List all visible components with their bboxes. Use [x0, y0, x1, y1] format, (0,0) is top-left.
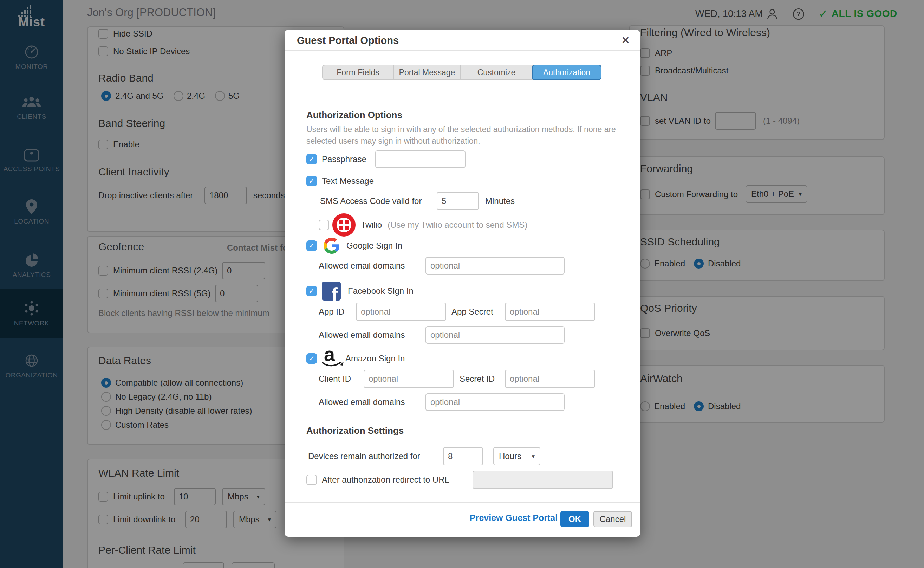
check-icon: ✓	[307, 241, 316, 251]
modal-title: Guest Portal Options	[297, 35, 399, 47]
amazon-checkbox[interactable]: ✓	[306, 353, 317, 364]
facebook-domains-label: Allowed email domains	[319, 330, 405, 340]
authorization-options-heading: Authorization Options	[306, 110, 402, 121]
amazon-secret-id-input[interactable]	[505, 370, 595, 388]
redirect-url-checkbox[interactable]	[306, 474, 317, 485]
chevron-down-icon: ▾	[532, 453, 535, 460]
facebook-app-id-label: App ID	[319, 307, 344, 317]
amazon-sign-in-label: Amazon Sign In	[345, 353, 405, 364]
tab-authorization[interactable]: Authorization	[532, 65, 601, 80]
modal-tab-bar: Form Fields Portal Message Customize Aut…	[322, 65, 601, 80]
check-icon: ✓	[307, 177, 316, 186]
devices-authorized-unit-value: Hours	[499, 451, 522, 461]
facebook-sign-in-label: Facebook Sign In	[348, 286, 413, 296]
passphrase-checkbox[interactable]: ✓	[306, 154, 317, 165]
redirect-url-label: After authorization redirect to URL	[322, 474, 449, 485]
google-domains-input[interactable]	[425, 257, 565, 275]
text-message-label: Text Message	[322, 176, 374, 186]
facebook-app-secret-label: App Secret	[451, 307, 493, 317]
modal-title-divider	[285, 50, 640, 51]
guest-portal-options-modal: Guest Portal Options ✕ Form Fields Porta…	[285, 30, 640, 537]
twilio-checkbox[interactable]	[319, 220, 329, 230]
amazon-client-id-input[interactable]	[363, 370, 454, 388]
check-icon: ✓	[307, 287, 316, 296]
devices-authorized-input[interactable]	[443, 447, 483, 465]
devices-authorized-unit-select[interactable]: Hours▾	[493, 447, 540, 465]
ok-button[interactable]: OK	[561, 511, 589, 527]
sms-valid-label: SMS Access Code valid for	[320, 196, 422, 206]
text-message-checkbox[interactable]: ✓	[306, 176, 317, 186]
close-icon[interactable]: ✕	[621, 34, 630, 47]
google-sign-in-label: Google Sign In	[347, 240, 402, 251]
tab-customize[interactable]: Customize	[461, 65, 533, 79]
authorization-settings-heading: Authorization Settings	[306, 425, 404, 436]
amazon-icon: a	[321, 346, 344, 368]
google-domains-label: Allowed email domains	[319, 260, 405, 271]
passphrase-label: Passphrase	[322, 154, 366, 165]
preview-guest-portal-link[interactable]: Preview Guest Portal	[470, 513, 558, 523]
amazon-secret-id-label: Secret ID	[460, 374, 495, 384]
passphrase-input[interactable]	[375, 150, 466, 168]
redirect-url-input[interactable]	[473, 471, 613, 489]
twilio-note: (Use my Twilio account to send SMS)	[387, 220, 528, 230]
check-icon: ✓	[307, 354, 316, 363]
twilio-icon	[332, 213, 356, 237]
facebook-app-id-input[interactable]	[356, 303, 446, 321]
amazon-client-id-label: Client ID	[319, 374, 351, 384]
facebook-f-glyph: f	[332, 284, 338, 301]
google-icon	[324, 237, 340, 254]
tab-portal-message[interactable]: Portal Message	[394, 65, 461, 79]
facebook-icon: f	[322, 281, 341, 301]
amazon-domains-input[interactable]	[425, 393, 565, 411]
twilio-label: Twilio	[361, 220, 382, 230]
amazon-domains-label: Allowed email domains	[319, 397, 405, 407]
google-checkbox[interactable]: ✓	[306, 240, 317, 251]
devices-authorized-label: Devices remain authorized for	[308, 451, 420, 461]
check-icon: ✓	[307, 155, 316, 164]
amazon-smile-glyph	[321, 362, 344, 368]
sms-valid-input[interactable]	[437, 192, 479, 210]
authorization-options-description: Users will be able to sign in with any o…	[306, 124, 623, 147]
facebook-domains-input[interactable]	[425, 326, 565, 344]
tab-form-fields[interactable]: Form Fields	[323, 65, 394, 79]
cancel-button[interactable]: Cancel	[593, 511, 632, 527]
sms-valid-unit: Minutes	[485, 196, 515, 206]
facebook-checkbox[interactable]: ✓	[306, 286, 317, 296]
facebook-app-secret-input[interactable]	[505, 303, 595, 321]
